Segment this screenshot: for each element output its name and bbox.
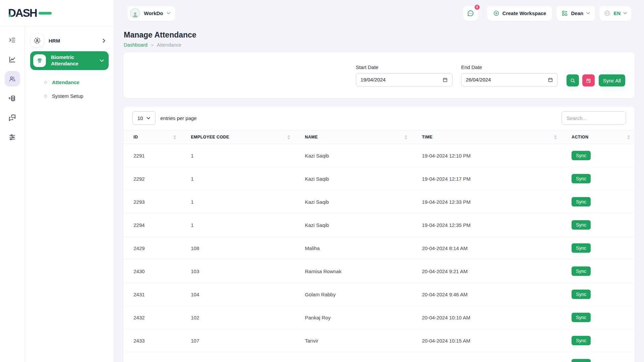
start-date-input[interactable]: 19/04/2024: [356, 73, 452, 86]
cell-employee-code: 104: [181, 283, 295, 306]
rail-finance-icon[interactable]: $: [5, 90, 20, 106]
sort-icon: [173, 135, 176, 139]
topbar: WorkDo 0 Create Workspace Dean: [114, 0, 644, 26]
column-header-employee-code[interactable]: EMPLOYEE CODE: [181, 130, 295, 144]
cell-time: 19-04-2024 12:35 PM: [412, 214, 561, 237]
chevron-right-icon: [103, 39, 105, 43]
rail-chart-icon[interactable]: [5, 52, 20, 67]
cell-action: Sync: [561, 237, 635, 260]
cell-action: Sync: [561, 306, 635, 329]
chat-bubble-icon: [467, 9, 475, 17]
sync-button[interactable]: Sync: [572, 197, 591, 206]
cell-action: Sync: [561, 352, 635, 362]
cell-action: Sync: [561, 167, 635, 190]
sync-button[interactable]: Sync: [572, 266, 591, 276]
cell-time: 19-04-2024 12:17 PM: [412, 167, 561, 190]
sidebar-subitem-system-setup[interactable]: System Setup: [44, 89, 109, 103]
cell-id: 2294: [123, 214, 181, 237]
entries-per-page-label: entries per page: [160, 115, 197, 121]
table-row: 2294 1 Kazi Saqib 19-04-2024 12:35 PM Sy…: [123, 214, 635, 237]
start-date-label: Start Date: [356, 64, 452, 70]
cell-name: Ramisa Rownak: [295, 260, 412, 283]
sidebar-subitem-attendance[interactable]: Attendance: [44, 75, 109, 89]
icon-rail: $: [0, 26, 25, 362]
filter-buttons: Sync All: [567, 74, 625, 86]
cell-name: Kazi Saqib: [295, 167, 412, 190]
table-row: 2293 1 Kazi Saqib 19-04-2024 12:33 PM Sy…: [123, 190, 635, 214]
chevron-down-icon: [147, 117, 150, 119]
cell-id: 2293: [123, 190, 181, 214]
calendar-off-icon: [586, 78, 591, 83]
column-header-time[interactable]: TIME: [412, 130, 561, 144]
user-label: Dean: [571, 10, 583, 16]
table-row: 2432 102 Pankaj Roy 20-04-2024 10:10 AM …: [123, 306, 635, 329]
start-date-field: Start Date 19/04/2024: [356, 64, 452, 86]
page-size-select[interactable]: 10: [132, 111, 156, 125]
sync-button[interactable]: Sync: [572, 359, 591, 362]
app-root: DASH $: [0, 0, 644, 362]
user-dropdown[interactable]: Dean: [556, 6, 595, 21]
rail-hrm-users-icon[interactable]: [5, 71, 20, 86]
sync-button[interactable]: Sync: [572, 243, 591, 253]
cell-employee-code: 1: [181, 214, 295, 237]
sync-button[interactable]: Sync: [572, 290, 591, 299]
sidebar: DASH $: [0, 0, 114, 362]
workspace-label: WorkDo: [144, 10, 163, 16]
cell-time: 20-04-2024 4:55 PM: [412, 352, 561, 362]
cell-action: Sync: [561, 283, 635, 306]
sidebar-item-biometric-attendance[interactable]: Biometric Attendance: [30, 51, 109, 70]
sync-button[interactable]: Sync: [572, 313, 591, 322]
table-search-input[interactable]: [561, 111, 626, 125]
bullet-icon: [44, 95, 47, 98]
search-filter-button[interactable]: [567, 74, 579, 86]
table-row: 2430 103 Ramisa Rownak 20-04-2024 9:21 A…: [123, 260, 635, 283]
create-workspace-button[interactable]: Create Workspace: [487, 6, 552, 21]
page-size-value: 10: [138, 115, 143, 121]
cell-name: Kazi Saqib: [295, 144, 412, 167]
language-dropdown[interactable]: EN: [599, 6, 631, 21]
sync-button[interactable]: Sync: [572, 151, 591, 160]
cell-id: 2292: [123, 167, 181, 190]
reset-filter-button[interactable]: [582, 74, 595, 86]
breadcrumb-current: Attendance: [157, 42, 181, 48]
workspace-dropdown[interactable]: WorkDo: [127, 6, 175, 21]
cell-action: Sync: [561, 260, 635, 283]
sidebar-item-label: HRM: [49, 38, 103, 44]
cell-name: Tanvir: [295, 329, 412, 352]
page-title: Manage Attendance: [124, 31, 635, 40]
sync-button[interactable]: Sync: [572, 336, 591, 345]
cell-employee-code: 1: [181, 167, 295, 190]
table-row: 2292 1 Kazi Saqib 19-04-2024 12:17 PM Sy…: [123, 167, 635, 190]
rail-messages-icon[interactable]: [5, 110, 20, 125]
cell-time: 19-04-2024 12:33 PM: [412, 190, 561, 214]
sync-button[interactable]: Sync: [572, 174, 591, 183]
sidebar-menu: HRM Biometric Attendance Attendance: [25, 26, 114, 103]
sidebar-item-hrm[interactable]: HRM: [30, 33, 109, 48]
sync-all-button[interactable]: Sync All: [599, 74, 625, 86]
globe-icon: [604, 10, 611, 17]
breadcrumb-dashboard-link[interactable]: Dashboard: [124, 42, 148, 48]
column-header-action[interactable]: ACTION: [561, 130, 635, 144]
calendar-icon: [548, 77, 553, 82]
cell-time: 20-04-2024 9:46 AM: [412, 283, 561, 306]
table-row: 2433 107 Tanvir 20-04-2024 10:15 AM Sync: [123, 329, 635, 352]
column-header-id[interactable]: ID: [123, 130, 181, 144]
sync-button[interactable]: Sync: [572, 220, 591, 230]
rail-menu-icon[interactable]: [5, 32, 20, 48]
search-icon: [570, 78, 576, 83]
end-date-field: End Date 26/04/2024: [461, 64, 558, 86]
logo[interactable]: DASH: [0, 0, 114, 26]
biometric-submenu: Attendance System Setup: [30, 70, 109, 103]
rail-settings-icon[interactable]: [5, 129, 20, 145]
end-date-input[interactable]: 26/04/2024: [461, 73, 558, 86]
fingerprint-icon: [33, 54, 46, 67]
messages-button[interactable]: 0: [463, 6, 478, 21]
hrm-icon: [31, 34, 44, 47]
column-header-name[interactable]: NAME: [295, 130, 412, 144]
table-header-row: ID EMPLOYEE CODE NAME TIME ACTION: [123, 130, 635, 144]
plus-circle-icon: [493, 10, 499, 16]
cell-employee-code: 108: [181, 352, 295, 362]
bullet-icon: [44, 81, 47, 84]
cell-name: Kazi Saqib: [295, 214, 412, 237]
cell-employee-code: 108: [181, 237, 295, 260]
